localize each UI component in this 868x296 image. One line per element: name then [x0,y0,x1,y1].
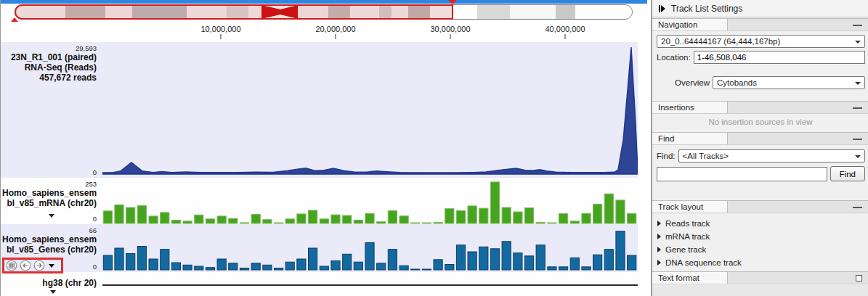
chromosome-range-value: 20_0..64444167 (64,444,167bp) [661,37,780,46]
track-layout-item-dna-sequence-track[interactable]: DNA sequence track [652,256,868,269]
mrna-track-label[interactable]: 253 Homo_sapiens_ensem bl_v85_mRNA (chr2… [1,178,102,224]
ruler-tick-label: 40,000,000 [545,25,585,33]
sidebar-footer [652,285,868,296]
gene-density-chart[interactable] [102,224,638,272]
gene-track-name: Homo_sapiens_ensem [2,234,97,244]
cytoband [575,5,633,19]
gene-track-row: 66 Homo_sapiens_ensem bl_v85_Genes (chr2… [1,224,638,272]
reads-track-name: 23N_R1_001 (paired) [2,52,97,62]
cytoband [453,5,477,19]
ruler-tick-mark [565,34,566,39]
expand-arrow-icon[interactable] [657,234,661,239]
dna-sequence-line[interactable] [102,284,638,286]
find-scope-row: Find: <All Tracks> [657,149,865,163]
cytoband [65,5,105,19]
ruler-tick: 10,000,000 [200,25,240,39]
open-table-button[interactable] [6,260,17,271]
cytoband [350,5,379,19]
cytoband [248,5,261,19]
find-button[interactable]: Find [830,166,865,181]
ruler-tick-label: 10,000,000 [200,25,240,33]
collapse-section-icon[interactable] [853,207,862,208]
chromosome-ideogram[interactable] [15,4,633,20]
track-layout-item-label: DNA sequence track [665,258,742,267]
reads-track-min: 0 [93,168,97,176]
ruler-tick: 30,000,000 [430,25,470,39]
find-input[interactable] [657,167,827,181]
previous-element-button[interactable] [20,260,31,271]
section-header-insertions[interactable]: Insertions [652,101,868,114]
mrna-track-name2: bl_v85_mRNA (chr20) [2,198,97,208]
overview-dropdown[interactable]: Cytobands [713,76,865,89]
ruler[interactable]: 10,000,00020,000,00030,000,00040,000,000 [1,22,651,42]
cytoband [187,5,227,19]
cytoband [430,5,453,19]
section-header-navigation[interactable]: Navigation [652,18,868,31]
find-scope-dropdown[interactable]: <All Tracks> [678,149,865,163]
next-element-button[interactable] [33,260,45,271]
cytoband [227,5,248,19]
mrna-density-chart[interactable] [102,178,638,224]
expand-arrow-icon[interactable] [657,247,661,252]
centromere-band [280,5,298,19]
expand-arrow-icon[interactable] [657,221,661,226]
reads-track-row: 29,593 23N_R1_001 (paired) RNA-Seq (Read… [1,42,638,178]
track-layout-item-mrna-track[interactable]: mRNA track [652,230,868,243]
track-layout-item-reads-track[interactable]: Reads track [652,217,868,230]
collapse-section-icon[interactable] [853,107,862,109]
cytoband [328,5,350,19]
reads-track-label[interactable]: 29,593 23N_R1_001 (paired) RNA-Seq (Read… [1,42,102,178]
track-layout-item-gene-track[interactable]: Gene track [652,243,868,256]
navigation-section-label: Navigation [652,19,728,30]
genome-browser-window: 10,000,00020,000,00030,000,00040,000,000… [0,0,868,296]
section-header-find[interactable]: Find [652,132,868,145]
location-label: Location: [657,53,691,62]
ruler-tick: 40,000,000 [545,25,585,39]
find-scope-value: <All Tracks> [683,152,729,160]
track-layout-items: Reads trackmRNA trackGene trackDNA seque… [652,217,868,269]
collapse-section-icon[interactable] [853,25,862,26]
settings-panel-title: Track List Settings [671,4,742,14]
cytoband [298,5,328,19]
section-header-text-format[interactable]: Text format [652,271,868,284]
reads-track-count: 457,672 reads [2,73,97,83]
track-layout-item-label: Gene track [665,245,706,254]
track-nav-buttons-highlight [2,258,63,274]
sequence-track-menu-icon[interactable] [50,290,56,294]
expand-arrow-icon[interactable] [657,260,661,266]
active-view-accent-bar [1,0,647,4]
selection-end-marker-icon[interactable] [448,0,457,4]
cytoband [379,5,392,19]
find-input-row: Find [657,166,865,181]
cytoband [105,5,132,19]
insertions-section-label: Insertions [652,102,728,113]
cytoband [132,5,187,19]
chromosome-range-dropdown[interactable]: 20_0..64444167 (64,444,167bp) [657,35,865,48]
sequence-track-label[interactable]: hg38 (chr 20) [1,272,102,296]
insertions-empty-text: No insertion sources in view [652,118,868,126]
track-display-area: 10,000,00020,000,00030,000,00040,000,000… [1,0,651,296]
ruler-tick-mark [450,34,451,39]
location-input[interactable] [694,51,865,64]
mrna-track-menu-icon[interactable] [49,214,54,218]
ruler-tick-label: 30,000,000 [430,25,470,33]
gene-track-min: 0 [93,263,97,271]
nav-buttons-menu-icon[interactable] [49,264,54,268]
ruler-tick: 20,000,000 [315,25,355,39]
track-layout-item-label: mRNA track [665,232,710,241]
cytoband [510,5,556,19]
reads-track-name2: RNA-Seq (Reads) [2,62,97,73]
collapse-section-icon[interactable] [853,139,862,140]
track-layout-item-label: Reads track [665,219,710,228]
reads-track-max: 29,593 [2,44,97,52]
reads-coverage-chart[interactable] [102,42,638,178]
cytoband [15,5,65,19]
collapse-panel-icon[interactable] [659,5,665,12]
expand-section-icon[interactable] [856,275,862,281]
ruler-tick-mark [336,34,336,39]
cytoband [477,5,510,19]
centromere-band [261,5,280,19]
location-row: Location: [657,51,865,64]
section-header-track-layout[interactable]: Track layout [652,200,868,213]
cytoband [392,5,408,19]
